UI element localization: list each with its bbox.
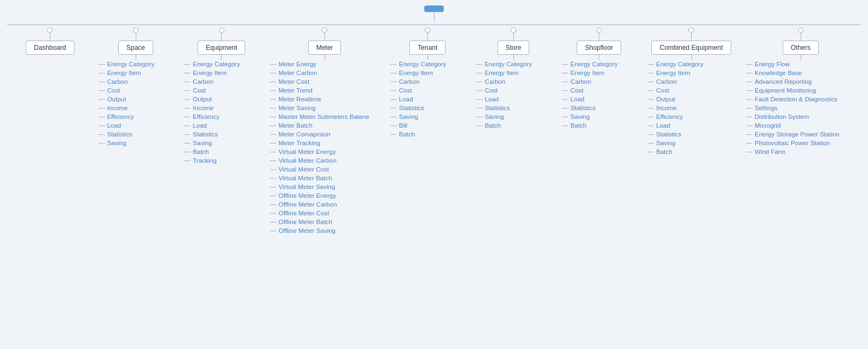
leaf-item-others-7[interactable]: Microgrid — [745, 122, 841, 129]
node-tenant[interactable]: Tenant — [409, 41, 445, 55]
leaf-item-store-4[interactable]: Load — [475, 95, 533, 103]
leaf-item-tenant-2[interactable]: Carbon — [389, 78, 447, 85]
leaf-item-space-2[interactable]: Carbon — [97, 78, 155, 85]
leaf-item-equipment-5[interactable]: Income — [183, 104, 241, 112]
leaf-item-others-1[interactable]: Knowledge Base — [745, 69, 841, 77]
leaf-item-equipment-6[interactable]: Efficiency — [183, 113, 241, 121]
leaf-item-tenant-1[interactable]: Energy Item — [389, 69, 447, 77]
leaf-item-meter-5[interactable]: Meter Saving — [269, 104, 371, 112]
leaf-item-tenant-6[interactable]: Saving — [389, 113, 447, 121]
leaf-item-tenant-8[interactable]: Batch — [389, 130, 447, 138]
leaf-item-shopfloor-0[interactable]: Energy Category — [560, 60, 618, 68]
node-space[interactable]: Space — [118, 41, 153, 55]
node-others[interactable]: Others — [783, 41, 819, 55]
leaf-item-space-4[interactable]: Output — [97, 95, 155, 103]
leaf-item-others-8[interactable]: Energy Storage Power Station — [745, 130, 841, 138]
leaf-item-others-3[interactable]: Equipment Monitoring — [745, 87, 841, 94]
leaf-item-store-3[interactable]: Cost — [475, 87, 533, 94]
node-dashboard[interactable]: Dashboard — [26, 41, 74, 55]
leaf-item-equipment-11[interactable]: Tracking — [183, 157, 241, 164]
leaf-item-meter-15[interactable]: Offline Meter Energy — [269, 192, 371, 199]
leaf-item-equipment-2[interactable]: Carbon — [183, 78, 241, 85]
leaf-item-combined-equipment-8[interactable]: Statistics — [646, 130, 704, 138]
leaf-item-meter-4[interactable]: Meter Realtime — [269, 95, 371, 103]
leaf-item-meter-8[interactable]: Meter Comaprsion — [269, 130, 371, 138]
leaf-item-store-6[interactable]: Saving — [475, 113, 533, 121]
leaf-item-shopfloor-3[interactable]: Cost — [560, 87, 618, 94]
leaf-item-equipment-9[interactable]: Saving — [183, 139, 241, 147]
leaf-item-combined-equipment-10[interactable]: Batch — [646, 148, 704, 156]
leaf-item-others-5[interactable]: Settings — [745, 104, 841, 112]
leaf-item-others-0[interactable]: Energy Flow — [745, 60, 841, 68]
leaf-item-space-5[interactable]: Income — [97, 104, 155, 112]
leaf-item-shopfloor-7[interactable]: Batch — [560, 122, 618, 129]
leaf-item-shopfloor-6[interactable]: Saving — [560, 113, 618, 121]
leaf-item-tenant-5[interactable]: Statistics — [389, 104, 447, 112]
node-shopfloor[interactable]: Shopfloor — [577, 41, 621, 55]
leaf-item-space-9[interactable]: Saving — [97, 139, 155, 147]
leaf-item-equipment-7[interactable]: Load — [183, 122, 241, 129]
leaf-item-equipment-10[interactable]: Batch — [183, 148, 241, 156]
leaf-item-equipment-8[interactable]: Statistics — [183, 130, 241, 138]
leaf-item-others-2[interactable]: Advanced Reporting — [745, 78, 841, 85]
leaf-item-equipment-3[interactable]: Cost — [183, 87, 241, 94]
leaf-item-space-6[interactable]: Efficiency — [97, 113, 155, 121]
node-equipment[interactable]: Equipment — [198, 41, 245, 55]
leaf-item-equipment-4[interactable]: Output — [183, 95, 241, 103]
leaf-item-shopfloor-2[interactable]: Carbon — [560, 78, 618, 85]
leaf-item-meter-11[interactable]: Virtual Meter Carbon — [269, 157, 371, 164]
leaf-item-meter-12[interactable]: Virtual Meter Cost — [269, 165, 371, 173]
leaf-item-equipment-0[interactable]: Energy Category — [183, 60, 241, 68]
leaf-item-shopfloor-4[interactable]: Load — [560, 95, 618, 103]
leaf-item-store-0[interactable]: Energy Category — [475, 60, 533, 68]
leaf-item-combined-equipment-4[interactable]: Output — [646, 95, 704, 103]
leaf-item-tenant-4[interactable]: Load — [389, 95, 447, 103]
leaf-item-meter-17[interactable]: Offline Meter Cost — [269, 209, 371, 217]
leaf-item-tenant-0[interactable]: Energy Category — [389, 60, 447, 68]
leaf-label: Load — [107, 122, 121, 129]
leaf-item-combined-equipment-3[interactable]: Cost — [646, 87, 704, 94]
leaf-item-meter-16[interactable]: Offline Meter Carbon — [269, 201, 371, 208]
leaf-item-combined-equipment-9[interactable]: Saving — [646, 139, 704, 147]
root-node[interactable] — [424, 5, 444, 12]
leaf-item-store-7[interactable]: Batch — [475, 122, 533, 129]
leaf-item-space-3[interactable]: Cost — [97, 87, 155, 94]
leaf-item-meter-19[interactable]: Offline Meter Saving — [269, 227, 371, 234]
leaf-item-meter-3[interactable]: Meter Trend — [269, 87, 371, 94]
leaf-item-meter-0[interactable]: Meter Energy — [269, 60, 371, 68]
leaf-item-combined-equipment-5[interactable]: Income — [646, 104, 704, 112]
leaf-item-combined-equipment-0[interactable]: Energy Category — [646, 60, 704, 68]
leaf-item-shopfloor-5[interactable]: Statistics — [560, 104, 618, 112]
node-meter[interactable]: Meter — [308, 41, 342, 55]
leaf-item-meter-13[interactable]: Virtual Meter Batch — [269, 174, 371, 182]
leaf-item-meter-10[interactable]: Virtual Meter Energy — [269, 148, 371, 156]
leaf-item-space-1[interactable]: Energy Item — [97, 69, 155, 77]
leaf-item-others-9[interactable]: Photovoltaic Power Station — [745, 139, 841, 147]
leaf-item-combined-equipment-7[interactable]: Load — [646, 122, 704, 129]
leaf-item-meter-1[interactable]: Meter Carbon — [269, 69, 371, 77]
leaf-item-combined-equipment-6[interactable]: Efficiency — [646, 113, 704, 121]
leaf-item-space-7[interactable]: Load — [97, 122, 155, 129]
leaf-item-store-2[interactable]: Carbon — [475, 78, 533, 85]
leaf-item-others-10[interactable]: Wind Farm — [745, 148, 841, 156]
leaf-item-meter-14[interactable]: Virtual Meter Saving — [269, 183, 371, 191]
leaf-item-others-6[interactable]: Distribution System — [745, 113, 841, 121]
leaf-item-meter-18[interactable]: Offline Meter Batch — [269, 218, 371, 226]
leaf-item-meter-6[interactable]: Master Meter Submeters Balane — [269, 113, 371, 121]
leaf-item-tenant-7[interactable]: Bill — [389, 122, 447, 129]
leaf-item-equipment-1[interactable]: Energy Item — [183, 69, 241, 77]
leaf-item-combined-equipment-1[interactable]: Energy Item — [646, 69, 704, 77]
leaf-item-space-0[interactable]: Energy Category — [97, 60, 155, 68]
leaf-item-store-5[interactable]: Statistics — [475, 104, 533, 112]
leaf-item-meter-2[interactable]: Meter Cost — [269, 78, 371, 85]
leaf-item-meter-7[interactable]: Meter Batch — [269, 122, 371, 129]
leaf-item-tenant-3[interactable]: Cost — [389, 87, 447, 94]
leaf-item-store-1[interactable]: Energy Item — [475, 69, 533, 77]
leaf-item-meter-9[interactable]: Meter Tracking — [269, 139, 371, 147]
leaf-item-others-4[interactable]: Fault Detection & Diagnostics — [745, 95, 841, 103]
node-store[interactable]: Store — [497, 41, 530, 55]
node-combined-equipment[interactable]: Combined Equipment — [651, 41, 731, 55]
leaf-item-shopfloor-1[interactable]: Energy Item — [560, 69, 618, 77]
leaf-item-combined-equipment-2[interactable]: Carbon — [646, 78, 704, 85]
leaf-item-space-8[interactable]: Statistics — [97, 130, 155, 138]
